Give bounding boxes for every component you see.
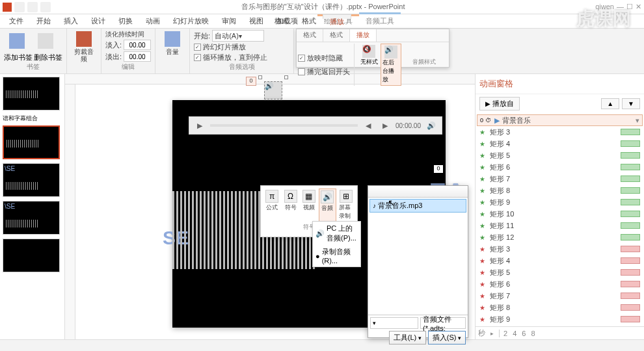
- cross-slides-checkbox[interactable]: [194, 44, 201, 51]
- vertical-ruler: [65, 84, 75, 339]
- volume-button[interactable]: 音量: [159, 30, 185, 57]
- anim-item[interactable]: 0 ⏱▶背景音乐▾: [477, 114, 643, 126]
- anim-item[interactable]: ★矩形 6: [477, 161, 643, 173]
- symbol-button[interactable]: Ω符号: [282, 188, 299, 222]
- tab-review[interactable]: 审阅: [215, 14, 243, 28]
- anim-item[interactable]: ★矩形 6: [477, 278, 643, 290]
- anim-item[interactable]: ★矩形 3: [477, 243, 643, 255]
- tab-design[interactable]: 设计: [85, 14, 112, 28]
- anim-item[interactable]: ★矩形 7: [477, 173, 643, 185]
- thumbnail-5[interactable]: [3, 239, 60, 272]
- record-audio-item[interactable]: ● 录制音频(R)...: [313, 245, 360, 266]
- tab-animations[interactable]: 动画: [139, 14, 167, 28]
- next-button[interactable]: ▶: [379, 119, 392, 132]
- tab-transitions[interactable]: 切换: [112, 14, 139, 28]
- qat-undo-icon[interactable]: [27, 2, 38, 12]
- tab-home[interactable]: 开始: [30, 14, 57, 28]
- anim-item[interactable]: ★矩形 8: [477, 185, 643, 196]
- thumbnail-2[interactable]: [3, 125, 60, 159]
- no-style-button[interactable]: 🔇无样式: [358, 44, 379, 86]
- audio-object[interactable]: 🔊: [260, 77, 286, 103]
- tab-view[interactable]: 视图: [243, 14, 270, 28]
- file-dialog: ♪ 背景音乐.mp3 ▾ 音频文件 (*.adts; 工具(L) ▾ 插入(S)…: [368, 185, 468, 338]
- thumbnail-1[interactable]: [3, 77, 60, 110]
- anim-item[interactable]: ★矩形 9: [477, 313, 643, 325]
- tab-insert[interactable]: 插入: [57, 14, 85, 28]
- anim-item[interactable]: ★矩形 3: [477, 126, 643, 138]
- slide-thumbnails[interactable]: 谱和字幕组合 \SE \SE: [0, 74, 65, 339]
- speaker-icon: 🔇: [362, 45, 375, 58]
- anim-item[interactable]: ★矩形 5: [477, 266, 643, 278]
- tab-format1[interactable]: 格式: [268, 14, 295, 18]
- tab-playback[interactable]: 播放: [323, 14, 351, 19]
- screen-icon: ⊞: [340, 190, 353, 203]
- background-play-button[interactable]: 🔊在后台播放: [381, 44, 401, 86]
- file-dialog-header[interactable]: [368, 186, 468, 198]
- fade-in-input[interactable]: [124, 40, 151, 50]
- statusbar: [0, 339, 644, 351]
- anim-item[interactable]: ★矩形 9: [477, 196, 643, 208]
- audio-from-pc-item[interactable]: 🔊 PC 上的音频(P)...: [313, 222, 360, 245]
- thumbnail-4[interactable]: \SE: [3, 201, 60, 235]
- tab-format2[interactable]: 格式: [295, 14, 323, 18]
- anim-item[interactable]: ★矩形 5: [477, 150, 643, 161]
- thumbnail-3[interactable]: \SE: [3, 163, 60, 197]
- video-icon: ▦: [302, 190, 315, 203]
- audio-button[interactable]: 🔊音频: [319, 188, 336, 222]
- audio-style-popup: 格式 格式 播放 放映时隐藏 播完返回开头 🔇无样式 🔊在后台播放 音频样式: [296, 29, 449, 68]
- trim-audio-button[interactable]: 剪裁音频: [71, 30, 97, 64]
- anim-play-button[interactable]: ▶ 播放自: [479, 97, 520, 110]
- animation-pane: 动画窗格 ▶ 播放自 ▲ ▼ 0 ⏱▶背景音乐▾★矩形 3★矩形 4★矩形 5★…: [475, 74, 644, 339]
- filename-combo[interactable]: ▾: [370, 317, 418, 329]
- add-bookmark-button[interactable]: [4, 30, 30, 53]
- close-icon[interactable]: ✕: [636, 3, 641, 11]
- audio-icon: 🔊: [321, 190, 334, 203]
- mute-button[interactable]: 🔊: [425, 119, 438, 132]
- group-label: 书签: [4, 62, 62, 72]
- tools-button[interactable]: 工具(L) ▾: [389, 331, 426, 344]
- file-list[interactable]: ♪ 背景音乐.mp3: [368, 198, 468, 315]
- qat-save-icon[interactable]: [14, 2, 25, 12]
- rewind-checkbox[interactable]: [298, 68, 305, 75]
- fade-out-input[interactable]: [124, 51, 151, 62]
- audio-order-badge: 0: [246, 77, 256, 86]
- window-title: 音乐与图形的"互动"设计（课件）.pptx - PowerPoint: [51, 2, 595, 12]
- insert-button[interactable]: 插入(S) ▾: [428, 331, 466, 344]
- anim-list[interactable]: 0 ⏱▶背景音乐▾★矩形 3★矩形 4★矩形 5★矩形 6★矩形 7★矩形 8★…: [476, 113, 644, 326]
- popup-tab-format2[interactable]: 格式: [323, 29, 350, 42]
- file-item[interactable]: ♪ 背景音乐.mp3: [369, 199, 466, 213]
- group-fade: 淡化持续时间 淡入: 淡出: 编辑: [101, 29, 155, 73]
- anim-down-button[interactable]: ▼: [622, 98, 640, 109]
- remove-bookmark-button[interactable]: [33, 30, 59, 53]
- hide-checkbox[interactable]: [298, 55, 305, 62]
- anim-up-button[interactable]: ▲: [601, 98, 619, 109]
- popup-tab-playback[interactable]: 播放: [350, 29, 377, 42]
- pi-icon: π: [265, 190, 278, 203]
- start-label: 开始:: [194, 31, 210, 41]
- group-trim: 剪裁音频: [67, 29, 101, 73]
- qat-redo-icon[interactable]: [40, 2, 51, 12]
- anim-item[interactable]: ★矩形 8: [477, 302, 643, 313]
- popup-tab-format1[interactable]: 格式: [297, 29, 323, 42]
- loop-checkbox[interactable]: [194, 54, 201, 61]
- equation-button[interactable]: π公式: [263, 188, 280, 222]
- play-button[interactable]: ▶: [193, 119, 206, 132]
- anim-item[interactable]: ★矩形 11: [477, 220, 643, 231]
- anim-item[interactable]: ★矩形 4: [477, 255, 643, 266]
- anim-item[interactable]: ★矩形 10: [477, 208, 643, 220]
- prev-button[interactable]: ◀: [362, 119, 375, 132]
- speaker-placeholder-icon: 🔊: [264, 81, 282, 99]
- trim-icon: [76, 31, 92, 47]
- start-dropdown[interactable]: 自动(A) ▾: [212, 30, 264, 42]
- anim-item[interactable]: ★矩形 4: [477, 138, 643, 150]
- anim-item[interactable]: ★矩形 7: [477, 290, 643, 302]
- anim-item[interactable]: ★矩形 12: [477, 231, 643, 243]
- media-track[interactable]: [210, 124, 358, 127]
- filter-combo[interactable]: 音频文件 (*.adts;: [420, 317, 466, 329]
- quick-access-toolbar: [14, 2, 51, 12]
- tab-slideshow[interactable]: 幻灯片放映: [167, 14, 215, 28]
- screen-record-button[interactable]: ⊞屏幕录制: [338, 188, 355, 222]
- video-button[interactable]: ▦视频: [301, 188, 317, 222]
- tab-file[interactable]: 文件: [3, 14, 30, 28]
- media-controls: ▶ ◀ ▶ 00:00.00 🔊: [189, 116, 442, 135]
